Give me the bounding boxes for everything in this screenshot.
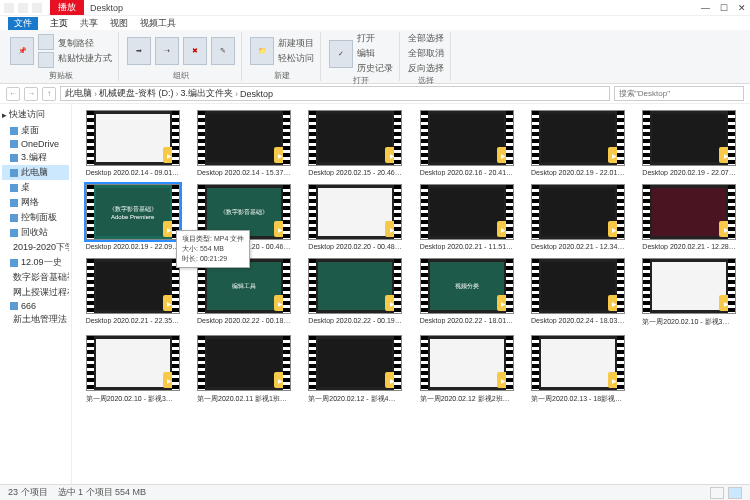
player-badge-icon [274, 221, 288, 237]
sidebar-item[interactable]: 此电脑 [2, 165, 69, 180]
file-thumbnail[interactable]: Desktop 2020.02.20 - 00.48.07.02 [303, 184, 408, 250]
sidebar-item[interactable]: 桌 [2, 180, 69, 195]
breadcrumb[interactable]: 此电脑 › 机械硬盘-资料 (D:) › 3.编出文件夹 › Desktop [60, 86, 610, 101]
shortcut-button[interactable]: 粘贴快捷方式 [58, 52, 112, 65]
file-thumbnail[interactable]: 第一周2020.02.10 - 影视3班直播视频全 [80, 335, 185, 404]
back-button[interactable]: ← [6, 87, 20, 101]
file-name: Desktop 2020.02.22 - 00.18.26.02 [197, 317, 291, 324]
selectnone-button[interactable]: 全部取消 [408, 47, 444, 60]
file-thumbnail[interactable]: 第一周2020.02.13 - 18影视直播视频全 [525, 335, 630, 404]
open-button[interactable]: 打开 [357, 32, 393, 45]
file-thumbnail[interactable]: 编辑工具Desktop 2020.02.22 - 00.18.26.02 [191, 258, 296, 327]
moveto-button[interactable]: ➡ [127, 37, 151, 65]
copyto-button[interactable]: ⇢ [155, 37, 179, 65]
history-button[interactable]: 历史记录 [357, 62, 393, 75]
minimize-button[interactable]: — [701, 3, 710, 13]
file-thumbnail[interactable]: Desktop 2020.02.21 - 12.28.07.02 [637, 184, 742, 250]
qat-icon[interactable] [18, 3, 28, 13]
breadcrumb-item[interactable]: 此电脑 [65, 87, 92, 100]
pin-button[interactable]: 📌 [10, 37, 34, 65]
tab-view[interactable]: 视图 [110, 17, 128, 30]
rename-button[interactable]: ✎ [211, 37, 235, 65]
paste-button[interactable] [38, 52, 54, 68]
file-thumbnail[interactable]: 第一周2020.02.12 影视2班直播视频上 [414, 335, 519, 404]
contextual-tab[interactable]: 播放 [50, 0, 84, 15]
item-count: 23 个项目 [8, 486, 48, 499]
file-thumbnail[interactable]: Desktop 2020.02.15 - 20.46.10.01 [303, 110, 408, 176]
up-button[interactable]: ↑ [42, 87, 56, 101]
newitem-button[interactable]: 新建项目 [278, 37, 314, 50]
maximize-button[interactable]: ☐ [720, 3, 728, 13]
file-name: Desktop 2020.02.14 - 15.37.11.02 [197, 169, 291, 176]
sidebar-item[interactable]: 网上授课过程存储 [2, 285, 69, 300]
file-name: 第一周2020.02.12 影视2班直播视频上 [420, 394, 514, 404]
player-badge-icon [274, 372, 288, 388]
file-thumbnail[interactable]: 《数字影音基础》Adobe PremiereDesktop 2020.02.19… [80, 184, 185, 250]
sidebar-item[interactable]: 桌面 [2, 123, 69, 138]
sidebar-item-label: 2019-2020下学期课 [13, 241, 69, 254]
breadcrumb-item[interactable]: Desktop [240, 89, 273, 99]
forward-button[interactable]: → [24, 87, 38, 101]
file-thumbnail[interactable]: Desktop 2020.02.21 - 12.34.27.02 [525, 184, 630, 250]
easyaccess-button[interactable]: 轻松访问 [278, 52, 314, 65]
player-badge-icon [719, 295, 733, 311]
sidebar-item[interactable]: 数字影音基础视频 [2, 270, 69, 285]
file-name: Desktop 2020.02.21 - 11.51.14.01 [420, 243, 514, 250]
invert-button[interactable]: 反向选择 [408, 62, 444, 75]
file-thumbnail[interactable]: Desktop 2020.02.22 - 00.19.29.03 [303, 258, 408, 327]
sidebar-item-label: 666 [21, 301, 36, 311]
tab-video[interactable]: 视频工具 [140, 17, 176, 30]
sidebar-item[interactable]: 12.09一史 [2, 255, 69, 270]
sidebar-item[interactable]: 2019-2020下学期课 [2, 240, 69, 255]
copy-button[interactable] [38, 34, 54, 50]
file-name: Desktop 2020.02.19 - 22.09.20.02 [86, 243, 180, 250]
file-thumbnail[interactable]: Desktop 2020.02.14 - 09.01.31.02 [80, 110, 185, 176]
sidebar-item[interactable]: 网络 [2, 195, 69, 210]
tab-share[interactable]: 共享 [80, 17, 98, 30]
folder-icon [10, 229, 18, 237]
file-thumbnail[interactable]: 视频分类Desktop 2020.02.22 - 18.01.20.01 [414, 258, 519, 327]
player-badge-icon [385, 295, 399, 311]
file-name: 第一周2020.02.10 - 影视3班直播视频全 [86, 394, 180, 404]
player-badge-icon [163, 147, 177, 163]
sidebar-item[interactable]: 666 [2, 300, 69, 312]
sidebar-item[interactable]: 回收站 [2, 225, 69, 240]
file-thumbnail[interactable]: Desktop 2020.02.14 - 15.37.11.02 [191, 110, 296, 176]
file-thumbnail[interactable]: 第一周2020.02.12 - 影视4班直播视频全 [303, 335, 408, 404]
file-thumbnail[interactable]: Desktop 2020.02.21 - 11.51.14.01 [414, 184, 519, 250]
qat-icon[interactable] [32, 3, 42, 13]
icons-view-button[interactable] [728, 487, 742, 499]
file-thumbnail[interactable]: Desktop 2020.02.16 - 20.41.01 [414, 110, 519, 176]
sidebar-item[interactable]: 控制面板 [2, 210, 69, 225]
search-input[interactable] [614, 86, 744, 101]
sidebar-group-header[interactable]: ▸ 快速访问 [2, 108, 69, 121]
sidebar-item[interactable]: 3.编程 [2, 150, 69, 165]
sidebar-item[interactable]: 新土地管理法 [2, 312, 69, 327]
folder-icon [10, 127, 18, 135]
details-view-button[interactable] [710, 487, 724, 499]
selectall-button[interactable]: 全部选择 [408, 32, 444, 45]
sidebar-item[interactable]: OneDrive [2, 138, 69, 150]
sidebar-item-label: 网络 [21, 196, 39, 209]
close-button[interactable]: ✕ [738, 3, 746, 13]
file-thumbnail[interactable]: 第一周2020.02.11 影视1班直播视频下 [191, 335, 296, 404]
file-thumbnail[interactable]: Desktop 2020.02.19 - 22.07.27.02 [637, 110, 742, 176]
tab-file[interactable]: 文件 [8, 17, 38, 30]
newfolder-button[interactable]: 📁 [250, 37, 274, 65]
delete-button[interactable]: ✖ [183, 37, 207, 65]
breadcrumb-item[interactable]: 3.编出文件夹 [181, 87, 234, 100]
tab-home[interactable]: 主页 [50, 17, 68, 30]
file-thumbnail[interactable]: 第一周2020.02.10 - 影视3班直播视频全 [637, 258, 742, 327]
file-thumbnail[interactable]: Desktop 2020.02.24 - 18.03.29.02 [525, 258, 630, 327]
properties-button[interactable]: ✓ [329, 40, 353, 68]
file-thumbnail[interactable]: Desktop 2020.02.21 - 22.35.27.01 [80, 258, 185, 327]
player-badge-icon [385, 147, 399, 163]
player-badge-icon [608, 147, 622, 163]
file-thumbnail[interactable]: Desktop 2020.02.19 - 22.01.33.01 [525, 110, 630, 176]
breadcrumb-item[interactable]: 机械硬盘-资料 (D:) [99, 87, 174, 100]
edit-button[interactable]: 编辑 [357, 47, 393, 60]
file-name: 第一周2020.02.13 - 18影视直播视频全 [531, 394, 625, 404]
copypath-button[interactable]: 复制路径 [58, 37, 112, 50]
tooltip: 项目类型: MP4 文件大小: 554 MB时长: 00:21:29 [176, 230, 250, 268]
player-badge-icon [497, 372, 511, 388]
